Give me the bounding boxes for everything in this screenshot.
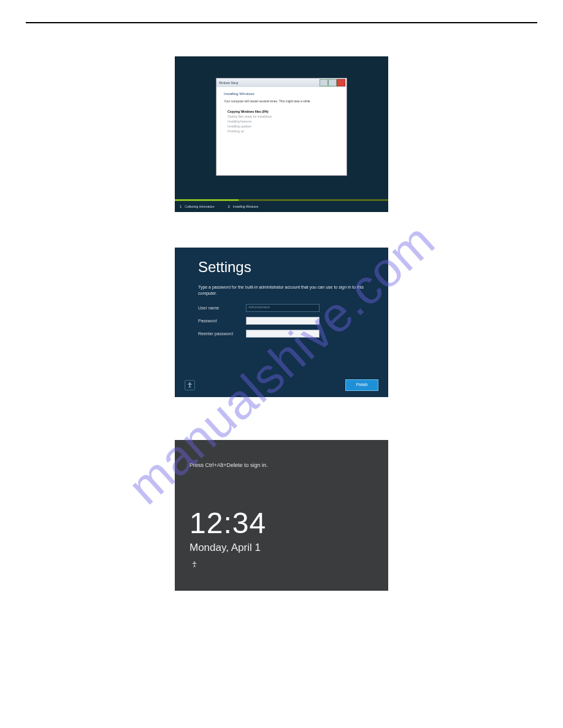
- row-password: Password: [198, 317, 370, 325]
- settings-description: Type a password for the built-in adminis…: [198, 284, 370, 297]
- screenshot-installing-windows: Windows Setup Installing Windows Your co…: [175, 56, 388, 212]
- lock-ease-of-access-button[interactable]: [190, 560, 199, 569]
- screenshot-lock-screen: Press Ctrl+Alt+Delete to sign in. 12:34 …: [175, 440, 388, 591]
- svg-point-0: [190, 382, 191, 384]
- label-reenter-password: Reenter password: [198, 332, 246, 336]
- settings-title: Settings: [198, 259, 370, 276]
- row-username: User name Administrator: [198, 304, 370, 312]
- installer-dialog: Windows Setup Installing Windows Your co…: [216, 78, 347, 175]
- input-password[interactable]: [246, 317, 320, 325]
- install-steps-list: Copying Windows files (0%) Getting files…: [228, 109, 339, 134]
- ease-of-access-icon: [191, 559, 198, 571]
- lock-date: Monday, April 1: [190, 542, 388, 554]
- footer-step-1-label: Collecting information: [185, 205, 214, 208]
- footer-step-1-num: 1: [180, 205, 182, 208]
- label-password: Password: [198, 319, 246, 323]
- minimize-button[interactable]: [320, 79, 328, 86]
- dialog-subtitle: Your computer will restart several times…: [224, 99, 339, 103]
- finish-button[interactable]: Finish: [345, 379, 378, 391]
- step-installing-updates: Installing updates: [228, 124, 339, 129]
- step-finishing: Finishing up: [228, 129, 339, 134]
- window-title: Windows Setup: [219, 82, 238, 85]
- footer-step-1: 1 Collecting information: [175, 205, 214, 208]
- installer-footer: 1 Collecting information 2 Installing Wi…: [175, 201, 388, 212]
- ease-of-access-button[interactable]: [185, 380, 195, 390]
- close-button[interactable]: [337, 79, 345, 86]
- page-top-rule: [26, 22, 537, 23]
- screenshot-settings-password: Settings Type a password for the built-i…: [175, 248, 388, 397]
- dialog-body: Installing Windows Your computer will re…: [216, 87, 347, 138]
- footer-step-2-num: 2: [228, 205, 229, 208]
- row-reenter-password: Reenter password: [198, 330, 370, 338]
- ease-of-access-icon: [186, 380, 193, 391]
- window-buttons: [320, 79, 345, 86]
- dialog-titlebar: Windows Setup: [216, 78, 347, 87]
- lock-hint: Press Ctrl+Alt+Delete to sign in.: [190, 462, 388, 468]
- input-reenter-password[interactable]: [246, 330, 320, 338]
- step-copying: Copying Windows files (0%): [228, 109, 339, 114]
- label-username: User name: [198, 306, 246, 310]
- dialog-heading: Installing Windows: [224, 92, 339, 96]
- maximize-button[interactable]: [328, 79, 337, 86]
- lock-time: 12:34: [190, 509, 388, 538]
- footer-step-2: 2 Installing Windows: [223, 205, 258, 208]
- step-installing-features: Installing features: [228, 119, 339, 124]
- input-username[interactable]: Administrator: [246, 304, 320, 312]
- svg-point-1: [194, 561, 195, 563]
- footer-step-2-label: Installing Windows: [233, 205, 258, 208]
- step-getting-ready: Getting files ready for installation: [228, 114, 339, 119]
